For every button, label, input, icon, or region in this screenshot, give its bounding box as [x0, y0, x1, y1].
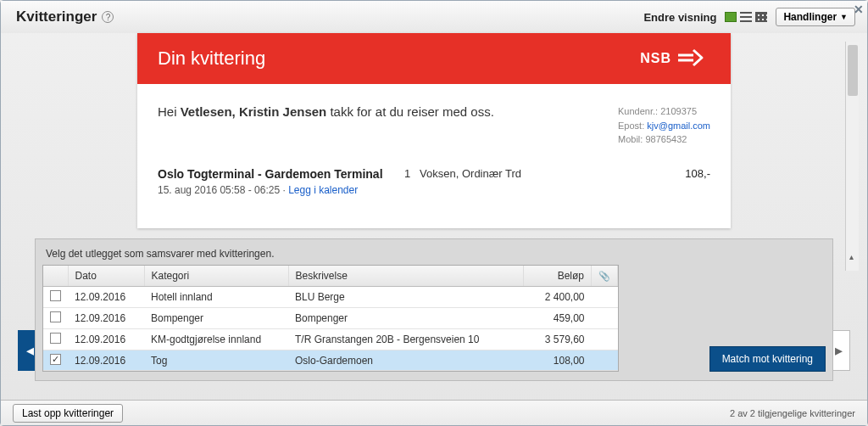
footer-status: 2 av 2 tilgjengelige kvitteringer	[730, 408, 855, 418]
cell-date: 12.09.2016	[68, 350, 144, 371]
close-icon[interactable]: ✕	[854, 3, 864, 16]
cell-description: T/R Granstangen 20B - Bergensveien 10	[288, 329, 524, 350]
cell-category: KM-godtgjørelse innland	[144, 329, 288, 350]
table-row[interactable]: 12.09.2016Hotell innlandBLU Berge2 400,0…	[43, 287, 618, 308]
scrollbar-arrow-down-icon[interactable]: ▾	[849, 254, 854, 263]
cell-date: 12.09.2016	[68, 308, 144, 329]
match-panel: Velg det utlegget som samsvarer med kvit…	[35, 238, 833, 381]
ticket-price: 108,-	[643, 167, 710, 180]
upload-button[interactable]: Last opp kvitteringer	[13, 404, 123, 423]
col-category[interactable]: Kategori	[144, 266, 288, 287]
cell-category: Bompenger	[144, 308, 288, 329]
kundenr-label: Kundenr.:	[618, 106, 658, 116]
view-thumbnail-icon[interactable]	[725, 12, 737, 22]
table-row[interactable]: 12.09.2016TogOslo-Gardemoen108,00	[43, 350, 618, 371]
table-row[interactable]: 12.09.2016BompengerBompenger459,00	[43, 308, 618, 329]
actions-button-label: Handlinger	[783, 11, 837, 23]
match-instruction: Velg det utlegget som samsvarer med kvit…	[42, 246, 826, 265]
receipt-hero-title: Din kvittering	[158, 48, 265, 70]
cell-date: 12.09.2016	[68, 329, 144, 350]
greeting-prefix: Hei	[158, 104, 177, 119]
scrollbar-vertical[interactable]: ▾	[845, 42, 859, 271]
epost-value: kjv@gmail.com	[647, 121, 710, 131]
ticket-qty: 1	[404, 167, 410, 180]
footer-bar: Last opp kvitteringer 2 av 2 tilgjengeli…	[1, 400, 867, 425]
row-checkbox[interactable]	[50, 290, 61, 301]
view-label: Endre visning	[643, 11, 716, 24]
cell-description: Bompenger	[288, 308, 524, 329]
epost-label: Epost:	[618, 121, 644, 131]
row-checkbox[interactable]	[50, 333, 61, 344]
col-amount[interactable]: Beløp	[524, 266, 592, 287]
view-list-icon[interactable]	[740, 12, 752, 22]
nsb-logo-text: NSB	[640, 51, 671, 66]
row-checkbox[interactable]	[50, 311, 61, 322]
chevron-down-icon: ▼	[840, 13, 848, 21]
kundenr-value: 2109375	[660, 106, 697, 116]
mobil-label: Mobil:	[618, 134, 643, 144]
cell-amount: 3 579,60	[524, 329, 592, 350]
table-row[interactable]: 12.09.2016KM-godtgjørelse innlandT/R Gra…	[43, 329, 618, 350]
match-button[interactable]: Match mot kvittering	[709, 346, 826, 372]
col-date[interactable]: Dato	[68, 266, 144, 287]
cell-attachment	[592, 308, 618, 329]
cell-amount: 108,00	[524, 350, 592, 371]
nsb-logo: NSB	[640, 47, 710, 70]
cell-description: Oslo-Gardemoen	[288, 350, 524, 371]
cell-attachment	[592, 329, 618, 350]
row-checkbox[interactable]	[50, 354, 61, 365]
cell-amount: 2 400,00	[524, 287, 592, 308]
expense-table: Dato Kategori Beskrivelse Beløp 📎 12.09.…	[43, 266, 618, 371]
cell-category: Tog	[144, 350, 288, 371]
scrollbar-thumb[interactable]	[848, 45, 858, 96]
cell-amount: 459,00	[524, 308, 592, 329]
cell-category: Hotell innland	[144, 287, 288, 308]
col-attachment[interactable]: 📎	[592, 266, 618, 287]
receipt-greeting: Hei Vetlesen, Kristin Jensen takk for at…	[158, 104, 494, 119]
calendar-link[interactable]: Legg i kalender	[288, 184, 358, 196]
col-checkbox	[43, 266, 68, 287]
cell-attachment	[592, 287, 618, 308]
receipt-preview: Din kvittering NSB Hei Vetlesen, Kristin…	[137, 33, 731, 228]
cell-description: BLU Berge	[288, 287, 524, 308]
page-title: Kvitteringer	[16, 8, 97, 25]
ticket-type: Voksen, Ordinær Trd	[420, 167, 521, 180]
customer-info: Kundenr.: 2109375 Epost: kjv@gmail.com M…	[618, 104, 710, 147]
mobil-value: 98765432	[645, 134, 687, 144]
greeting-name: Vetlesen, Kristin Jensen	[181, 104, 327, 119]
ticket-route: Oslo Togterminal - Gardemoen Terminal	[158, 167, 396, 181]
cell-date: 12.09.2016	[68, 287, 144, 308]
nsb-logo-icon	[676, 47, 710, 70]
actions-button[interactable]: Handlinger ▼	[776, 8, 855, 26]
header-bar: Kvitteringer ? Endre visning Handlinger …	[1, 1, 867, 33]
col-description[interactable]: Beskrivelse	[288, 266, 524, 287]
view-grid-icon[interactable]	[755, 12, 767, 22]
paperclip-icon: 📎	[598, 271, 610, 281]
help-icon[interactable]: ?	[102, 11, 114, 23]
cell-attachment	[592, 350, 618, 371]
ticket-datetime: 15. aug 2016 05:58 - 06:25	[158, 184, 280, 196]
greeting-suffix: takk for at du reiser med oss.	[330, 104, 493, 119]
